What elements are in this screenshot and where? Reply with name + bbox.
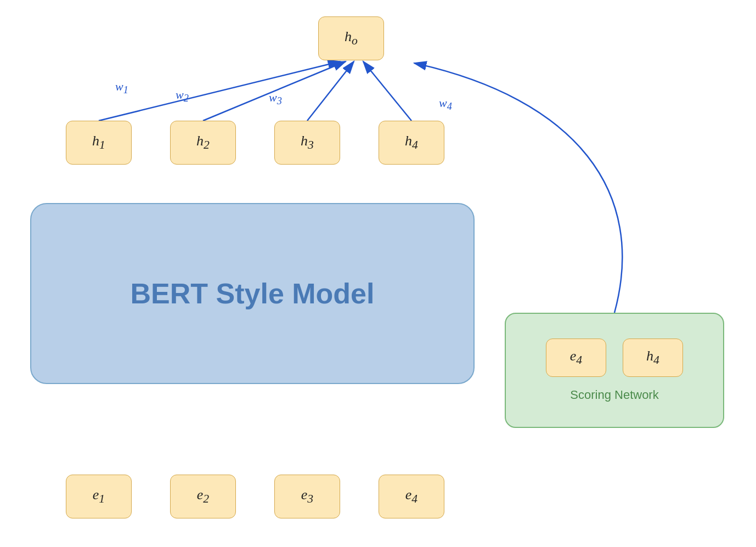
node-e2-label: e2: [197, 487, 209, 506]
node-h3-label: h3: [301, 133, 314, 152]
node-h3: h3: [274, 121, 340, 165]
svg-line-3: [307, 61, 354, 121]
node-e1-label: e1: [93, 487, 105, 506]
weight-w3: w3: [269, 91, 282, 107]
weight-w1: w1: [115, 80, 128, 96]
node-e4: e4: [379, 475, 444, 518]
bert-style-model-box: BERT Style Model: [30, 203, 475, 384]
scoring-node-h4: h4: [623, 339, 683, 377]
node-ho: ho: [318, 16, 384, 60]
node-e4-label: e4: [405, 487, 418, 506]
node-e1: e1: [66, 475, 132, 518]
diagram-container: ho h1 h2 h3 h4 w1 w2 w3 w4 BERT Style Mo…: [0, 0, 756, 547]
scoring-node-e4: e4: [546, 339, 606, 377]
node-e3: e3: [274, 475, 340, 518]
svg-line-4: [363, 61, 411, 121]
scoring-e4-label: e4: [570, 348, 582, 367]
scoring-network-box: e4 h4 Scoring Network: [505, 313, 724, 428]
bert-label: BERT Style Model: [131, 277, 375, 310]
node-e3-label: e3: [301, 487, 313, 506]
weight-w2: w2: [176, 88, 189, 104]
svg-line-1: [99, 61, 340, 121]
node-h4: h4: [379, 121, 444, 165]
scoring-network-label: Scoring Network: [570, 388, 658, 402]
scoring-h4-label: h4: [646, 348, 659, 367]
scoring-inner-row: e4 h4: [546, 339, 683, 377]
node-h1: h1: [66, 121, 132, 165]
node-ho-label: ho: [345, 29, 358, 48]
weight-w4: w4: [439, 96, 452, 112]
node-e2: e2: [170, 475, 236, 518]
node-h4-label: h4: [405, 133, 418, 152]
node-h2: h2: [170, 121, 236, 165]
node-h2-label: h2: [196, 133, 210, 152]
node-h1-label: h1: [92, 133, 105, 152]
